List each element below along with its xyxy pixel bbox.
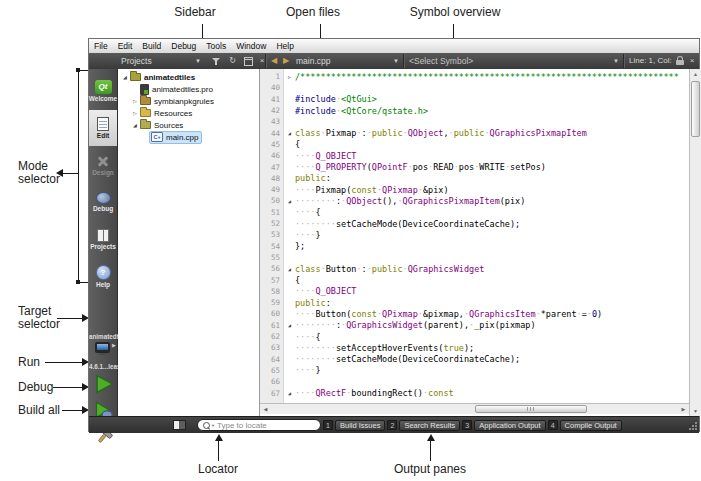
pane-selector-dropdown[interactable]: Projects ▼ [117,55,203,67]
code-line[interactable]: 51····{ [260,207,321,218]
mode-button-help[interactable]: ?Help [89,258,117,294]
code-line[interactable]: 48public: [260,173,331,184]
menu-build[interactable]: Build [137,40,166,53]
run-button[interactable] [89,373,118,399]
code-line[interactable]: 1▷/*************************************… [260,71,679,82]
code-line[interactable]: 66 [260,376,295,387]
tree-expander-icon[interactable]: ▷ [131,98,139,104]
tree-item[interactable]: Sources [139,120,186,131]
mode-button-design[interactable]: Design [89,147,117,183]
scroll-left-icon[interactable]: ◀ [260,404,271,414]
menu-file[interactable]: File [89,40,113,53]
mode-button-edit[interactable]: Edit [89,110,117,146]
scroll-right-icon[interactable]: ▶ [678,404,689,414]
symbol-overview-dropdown[interactable]: <Select Symbol> ▼ [405,55,621,67]
pane-number-badge[interactable]: 1 [323,420,333,430]
vertical-scroll-thumb[interactable] [691,81,700,137]
open-files-dropdown[interactable]: main.cpp ▼ [293,55,401,67]
horizontal-scrollbar[interactable]: ◀ ▶ [260,403,689,414]
pane-button-search-results[interactable]: Search Results [399,420,460,431]
tree-expander-icon[interactable]: ◢ [121,74,129,80]
code-line[interactable]: 57{ [260,274,300,285]
mode-button-welcome[interactable]: QtWelcome [89,73,117,109]
code-line[interactable]: 62····{ [260,331,321,342]
fold-marker-icon[interactable]: ◢ [284,198,295,204]
code-line[interactable]: 49····Pixmap(const·QPixmap·&pix) [260,184,449,195]
code-line[interactable]: 50◢········:·QObject(),·QGraphicsPixmapI… [260,195,525,206]
sidebar-toggle-icon[interactable] [173,420,186,430]
lock-icon[interactable] [675,55,684,67]
tree-item[interactable]: Resources [139,108,195,119]
tree-item[interactable]: animatedtiles [129,72,198,83]
code-line[interactable]: 53····} [260,229,321,240]
code-line[interactable]: 43 [260,116,295,127]
vertical-scrollbar[interactable]: ▲ ▼ [689,69,701,416]
code-line[interactable]: 52········setCacheMode(DeviceCoordinateC… [260,218,520,229]
code-line[interactable]: 42#include·<QtCore/qstate.h> [260,105,428,116]
code-line[interactable]: 41#include·<QtGui> [260,94,377,105]
fold-marker-icon[interactable]: ◢ [284,130,295,136]
mode-button-projects[interactable]: Projects [89,221,117,257]
pane-button-application-output[interactable]: Application Output [474,420,545,431]
code-line[interactable]: 46····Q_OBJECT [260,150,356,161]
code-line[interactable]: 59public: [260,297,331,308]
back-icon[interactable]: ◀ [269,55,279,67]
tree-row[interactable]: ▷Resources [118,107,272,119]
tree-expander-icon[interactable]: ▷ [131,110,139,116]
resize-grip[interactable] [689,422,697,430]
pane-button-build-issues[interactable]: Build Issues [335,420,385,431]
code-text: ····{ [295,207,321,217]
tree-row[interactable]: animatedtiles.pro [118,83,272,95]
fold-marker-icon[interactable]: ◢ [284,390,295,396]
code-line[interactable]: 63········setAcceptHoverEvents(true); [260,342,474,353]
mode-button-debug[interactable]: Debug [89,184,117,220]
tree-row[interactable]: C+main.cpp [118,131,282,143]
arrow-line-debug [53,387,82,388]
code-editor[interactable]: 1▷/*************************************… [260,69,689,416]
code-line[interactable]: 55 [260,252,295,263]
locator-input[interactable]: ▼ Type to locate [197,419,321,431]
code-line[interactable]: 60····Button(const·QPixmap·&pixmap,·QGra… [260,308,602,319]
scroll-up-icon[interactable]: ▲ [690,69,701,79]
code-line[interactable]: 61◢········:·QGraphicsWidget(parent),·_p… [260,320,536,331]
tree-row[interactable]: ◢Sources [118,119,272,131]
menu-tools[interactable]: Tools [201,40,231,53]
code-line[interactable]: 40 [260,82,295,93]
code-line[interactable]: 45{ [260,139,300,150]
horizontal-scroll-thumb[interactable] [475,405,587,413]
pane-number-badge[interactable]: 2 [387,420,397,430]
fold-marker-icon[interactable]: ◢ [284,322,295,328]
code-line[interactable]: 47····Q_PROPERTY(QPointF·pos·READ·pos·WR… [260,161,546,172]
tree-row[interactable]: ▷symbianpkgrules [118,95,272,107]
tree-item[interactable]: C+main.cpp [149,131,202,144]
code-line[interactable]: 54}; [260,241,305,252]
forward-icon[interactable]: ▶ [281,55,291,67]
code-line[interactable]: 65····} [260,365,321,376]
scroll-down-icon[interactable]: ▼ [690,406,701,416]
menu-edit[interactable]: Edit [113,40,138,53]
pane-number-badge[interactable]: 4 [548,420,558,430]
filter-icon[interactable] [211,55,221,67]
arrow-line-locator [218,441,219,461]
tree-item[interactable]: animatedtiles.pro [139,84,216,95]
tree-item[interactable]: symbianpkgrules [139,96,217,107]
split-icon[interactable] [243,55,252,67]
code-line[interactable]: 58····Q_OBJECT [260,286,356,297]
fold-marker-icon[interactable]: ◢ [284,266,295,272]
menu-window[interactable]: Window [231,40,271,53]
pane-button-compile-output[interactable]: Compile Output [560,420,622,431]
code-line[interactable]: 44◢class·Pixmap·:·public·QObject,·public… [260,128,587,139]
target-expand-icon[interactable]: ▶ [112,342,116,348]
tree-row[interactable]: ◢animatedtiles [118,71,262,83]
code-line[interactable]: 64········setCacheMode(DeviceCoordinateC… [260,354,520,365]
menu-debug[interactable]: Debug [166,40,201,53]
fold-marker-icon[interactable]: ▷ [284,74,295,80]
close-editor-icon[interactable]: × [687,55,697,67]
tree-expander-icon[interactable]: ◢ [131,122,139,128]
target-selector-button[interactable] [95,342,110,353]
code-line[interactable]: 67◢····QRectF·boundingRect()·const [260,387,454,398]
sync-icon[interactable]: ↻ [227,55,238,67]
menu-help[interactable]: Help [271,40,298,53]
pane-number-badge[interactable]: 3 [462,420,472,430]
code-line[interactable]: 56◢class·Button·:·public·QGraphicsWidget [260,263,484,274]
